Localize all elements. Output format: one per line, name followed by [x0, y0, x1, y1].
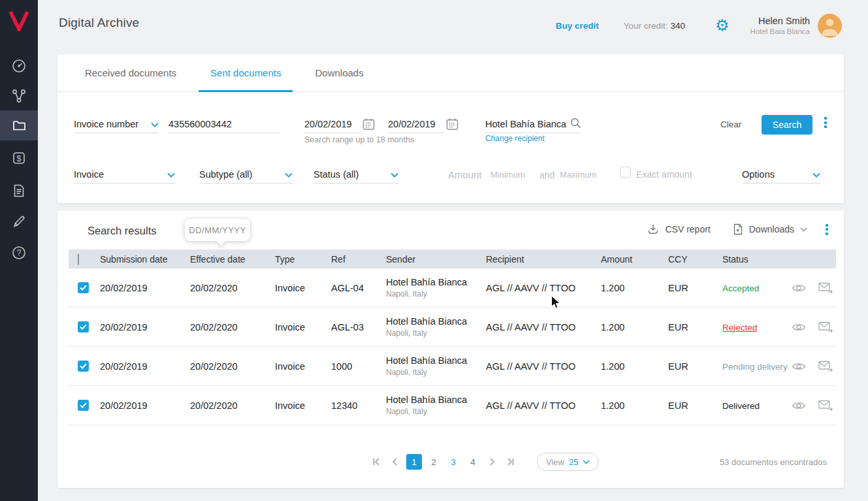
- search-field-type-select[interactable]: Invoice number: [74, 115, 159, 133]
- status-badge: Accepted: [722, 283, 759, 293]
- change-recipient-link[interactable]: Change recipient: [485, 134, 545, 143]
- row-checkbox[interactable]: [78, 321, 89, 332]
- tab-sent-documents[interactable]: Sent documents: [206, 54, 285, 91]
- table-row: 20/02/201920/02/2020Invoice12340Hotel Ba…: [69, 386, 836, 425]
- cell-status: Pending delivery: [722, 361, 792, 372]
- row-actions: [792, 282, 836, 293]
- tab-downloads[interactable]: Downloads: [311, 54, 367, 91]
- downloads-menu-button[interactable]: Downloads: [733, 223, 807, 235]
- csv-report-button[interactable]: CSV report: [647, 223, 710, 235]
- amount-and-label: and: [539, 170, 555, 180]
- select-all-checkbox[interactable]: [78, 253, 79, 265]
- status-badge: Pending delivery: [722, 362, 788, 372]
- resend-document-button[interactable]: [818, 321, 833, 332]
- sender-name: Hotel Bahía Bianca: [386, 277, 482, 287]
- buy-credit-link[interactable]: Buy credit: [556, 21, 599, 31]
- row-checkbox[interactable]: [78, 282, 89, 293]
- view-document-button[interactable]: [792, 361, 806, 372]
- recipient-field[interactable]: Hotel Bahía Bianca: [485, 115, 581, 133]
- invoice-number-input[interactable]: [169, 119, 280, 129]
- date-from-input[interactable]: [304, 119, 361, 129]
- cell-sender: Hotel Bahía BiancaNapoli, Italy: [386, 355, 486, 377]
- pdf-file-icon: [733, 223, 743, 235]
- last-page-button[interactable]: [504, 454, 517, 470]
- cell-type: Invoice: [275, 400, 331, 411]
- chevron-down-icon: [583, 460, 590, 464]
- subtype-select[interactable]: Subtype (all): [199, 165, 293, 184]
- page-button-4[interactable]: 4: [465, 454, 481, 470]
- row-checkbox[interactable]: [78, 361, 89, 372]
- page-button-1[interactable]: 1: [406, 454, 422, 470]
- results-card: Search results DD/MM/YYYY CSV report Dow…: [57, 210, 844, 488]
- date-to-input[interactable]: [388, 119, 444, 129]
- page-button-2[interactable]: 2: [426, 454, 442, 470]
- view-icon: [792, 322, 806, 332]
- sidebar-item-connections[interactable]: [0, 81, 38, 111]
- clear-button[interactable]: Clear: [720, 120, 741, 129]
- view-label: View: [546, 457, 564, 467]
- gear-icon[interactable]: ⚙: [715, 18, 730, 33]
- row-checkbox[interactable]: [78, 400, 89, 411]
- sidebar-item-archive[interactable]: [0, 110, 38, 140]
- exact-amount-checkbox[interactable]: [620, 167, 631, 178]
- status-value: Status (all): [313, 169, 359, 180]
- calendar-to-icon[interactable]: [446, 118, 458, 131]
- search-icon[interactable]: [570, 118, 581, 131]
- date-to-wrap: [388, 115, 444, 133]
- view-icon: [792, 283, 806, 293]
- user-name: Helen Smith: [750, 16, 810, 26]
- resend-document-button[interactable]: [818, 361, 833, 372]
- doc-type-select[interactable]: Invoice: [74, 165, 175, 184]
- chevron-down-icon: [812, 169, 820, 180]
- tab-received-documents[interactable]: Received documents: [81, 54, 180, 91]
- cell-status: Rejected: [722, 322, 792, 332]
- row-actions: [792, 321, 836, 332]
- amount-max-input[interactable]: [560, 170, 602, 180]
- page-size-select[interactable]: View 25: [537, 453, 599, 471]
- cell-ccy: EUR: [668, 283, 722, 293]
- date-range-hint: Search range up to 18 months: [304, 135, 414, 144]
- avatar[interactable]: [818, 14, 842, 38]
- downloads-label: Downloads: [749, 224, 794, 234]
- sidebar-item-dashboard[interactable]: [0, 51, 38, 81]
- view-document-button[interactable]: [792, 400, 806, 411]
- page-button-3[interactable]: 3: [445, 454, 461, 470]
- next-page-button[interactable]: [486, 454, 499, 470]
- results-more-menu[interactable]: [826, 224, 828, 235]
- first-page-button[interactable]: [370, 454, 383, 470]
- user-menu[interactable]: Helen Smith Hotel Baia Blanca: [750, 16, 810, 35]
- status-select[interactable]: Status (all): [313, 165, 398, 184]
- view-icon: [792, 400, 806, 411]
- sidebar-item-help[interactable]: ?: [0, 238, 38, 268]
- view-document-button[interactable]: [792, 322, 806, 332]
- results-toolbar: CSV report Downloads: [647, 223, 828, 235]
- amount-min-wrap: [490, 165, 531, 184]
- cell-ref: AGL-04: [331, 283, 386, 293]
- sender-name: Hotel Bahía Bianca: [386, 355, 482, 366]
- resend-document-button[interactable]: [818, 282, 833, 293]
- invoice-number-input-wrap: [169, 115, 280, 133]
- table-body: 20/02/201920/02/2020InvoiceAGL-04Hotel B…: [69, 268, 836, 425]
- svg-text:?: ?: [17, 248, 22, 257]
- dashboard-icon: [11, 58, 27, 74]
- cell-submission-date: 20/02/2019: [100, 361, 190, 372]
- view-document-button[interactable]: [792, 283, 806, 293]
- sidebar-item-documents[interactable]: [0, 176, 38, 206]
- cell-status: Accepted: [722, 283, 792, 293]
- resend-document-button[interactable]: [818, 400, 833, 411]
- row-actions: [792, 361, 836, 372]
- svg-text:$: $: [17, 154, 22, 163]
- document-icon: [11, 183, 27, 199]
- sidebar-item-sign[interactable]: [0, 206, 38, 236]
- sidebar-item-billing[interactable]: $: [0, 143, 38, 173]
- amount-min-input[interactable]: [490, 170, 531, 180]
- calendar-from-icon[interactable]: [362, 118, 375, 131]
- prev-page-button[interactable]: [388, 454, 401, 470]
- filters-more-menu[interactable]: [824, 117, 827, 128]
- search-button[interactable]: Search: [762, 115, 812, 135]
- cell-sender: Hotel Bahía BiancaNapoli, Italy: [386, 395, 486, 416]
- options-select[interactable]: Options: [742, 165, 820, 184]
- header-right: Buy credit Your credit:340 ⚙ Helen Smith…: [556, 9, 842, 42]
- search-field-type-value: Invoice number: [74, 119, 138, 129]
- cell-submission-date: 20/02/2019: [100, 283, 190, 293]
